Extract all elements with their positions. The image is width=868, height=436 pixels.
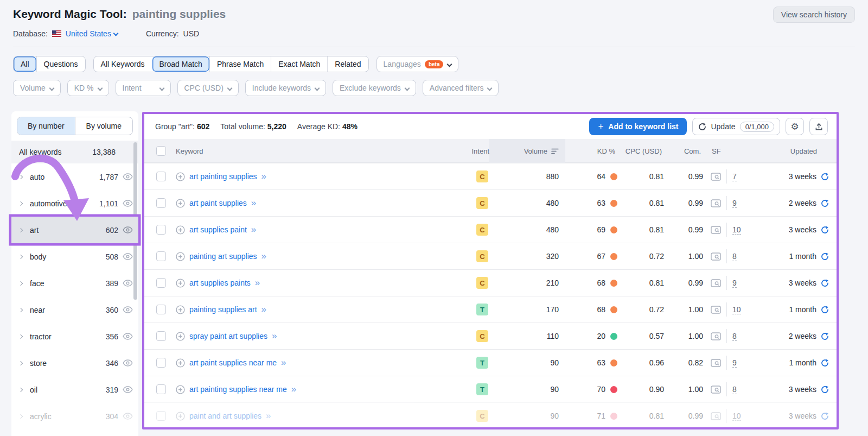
- row-checkbox[interactable]: [156, 198, 166, 208]
- col-updated[interactable]: Updated: [750, 147, 829, 155]
- sidebar-item-store[interactable]: store 346: [11, 350, 138, 376]
- filter-include-keywords[interactable]: Include keywords: [245, 80, 326, 96]
- sidebar-item-acrylic[interactable]: acrylic 304: [11, 403, 138, 429]
- add-keyword-icon[interactable]: [176, 199, 185, 208]
- add-keyword-icon[interactable]: [176, 225, 185, 235]
- chevron-right-icon[interactable]: [18, 334, 23, 338]
- select-all-checkbox[interactable]: [156, 146, 166, 156]
- sf-count[interactable]: 7: [732, 172, 737, 181]
- row-checkbox[interactable]: [156, 172, 166, 181]
- eye-icon[interactable]: [123, 253, 133, 260]
- chevron-right-icon[interactable]: [18, 387, 23, 391]
- chevron-right-icon[interactable]: [18, 254, 23, 258]
- keyword-link[interactable]: art paint supplies: [189, 199, 247, 207]
- refresh-icon[interactable]: [821, 386, 829, 394]
- refresh-icon[interactable]: [821, 359, 829, 367]
- eye-icon[interactable]: [123, 280, 133, 287]
- row-checkbox[interactable]: [156, 305, 166, 314]
- chevron-right-icon[interactable]: [18, 228, 23, 232]
- serp-features-icon[interactable]: [711, 226, 721, 234]
- export-button[interactable]: [809, 118, 828, 135]
- tab-exact-match[interactable]: Exact Match: [271, 56, 327, 72]
- sidebar-item-body[interactable]: body 508: [11, 243, 138, 270]
- chevron-right-icon[interactable]: [18, 307, 23, 312]
- serp-features-icon[interactable]: [711, 252, 721, 261]
- serp-features-icon[interactable]: [711, 386, 721, 394]
- expand-keyword-icon[interactable]: »: [266, 410, 270, 421]
- chevron-right-icon[interactable]: [18, 361, 23, 365]
- filter-intent[interactable]: Intent: [116, 80, 171, 96]
- serp-features-icon[interactable]: [711, 173, 721, 181]
- serp-features-icon[interactable]: [711, 332, 721, 340]
- sidebar-item-auto[interactable]: auto 1,787: [11, 163, 138, 190]
- add-keyword-icon[interactable]: [176, 252, 185, 261]
- tab-by-number[interactable]: By number: [17, 117, 75, 135]
- view-search-history-button[interactable]: View search history: [773, 7, 855, 23]
- sf-count[interactable]: 8: [732, 332, 737, 341]
- add-keyword-icon[interactable]: [176, 412, 185, 421]
- tab-phrase-match[interactable]: Phrase Match: [209, 56, 271, 72]
- row-checkbox[interactable]: [156, 225, 166, 235]
- sf-count[interactable]: 10: [732, 412, 741, 421]
- tab-by-volume[interactable]: By volume: [75, 117, 133, 135]
- add-keyword-icon[interactable]: [176, 385, 185, 394]
- chevron-right-icon[interactable]: [18, 174, 23, 179]
- sf-count[interactable]: 8: [732, 252, 737, 261]
- eye-icon[interactable]: [123, 226, 133, 233]
- expand-keyword-icon[interactable]: »: [255, 277, 259, 288]
- expand-keyword-icon[interactable]: »: [291, 384, 296, 395]
- eye-icon[interactable]: [123, 306, 133, 313]
- filter-cpc[interactable]: CPC (USD): [177, 80, 239, 96]
- keyword-link[interactable]: painting art supplies: [189, 252, 257, 261]
- refresh-icon[interactable]: [821, 306, 829, 314]
- tab-questions[interactable]: Questions: [36, 56, 85, 72]
- eye-icon[interactable]: [123, 413, 133, 420]
- keyword-link[interactable]: art paint supplies near me: [189, 358, 277, 367]
- keyword-link[interactable]: painting supplies art: [189, 305, 257, 314]
- col-com[interactable]: Com.: [667, 147, 704, 155]
- sidebar-item-tractor[interactable]: tractor 356: [11, 323, 138, 350]
- sf-count[interactable]: 10: [732, 225, 741, 235]
- eye-icon[interactable]: [123, 173, 133, 180]
- refresh-icon[interactable]: [821, 279, 829, 287]
- row-checkbox[interactable]: [156, 278, 166, 288]
- sf-count[interactable]: 10: [732, 305, 741, 314]
- add-keyword-icon[interactable]: [176, 332, 185, 341]
- refresh-icon[interactable]: [821, 332, 829, 340]
- expand-keyword-icon[interactable]: »: [272, 331, 276, 342]
- refresh-icon[interactable]: [821, 252, 829, 261]
- filter-volume[interactable]: Volume: [13, 80, 61, 96]
- col-kd[interactable]: KD %: [565, 147, 620, 155]
- sidebar-item-automotive[interactable]: automotive 1,101: [11, 190, 138, 217]
- add-to-keyword-list-button[interactable]: + Add to keyword list: [589, 118, 687, 135]
- sf-count[interactable]: 9: [732, 279, 737, 288]
- refresh-icon[interactable]: [821, 226, 829, 234]
- add-keyword-icon[interactable]: [176, 279, 185, 288]
- add-keyword-icon[interactable]: [176, 305, 185, 314]
- chevron-right-icon[interactable]: [18, 414, 23, 418]
- chevron-right-icon[interactable]: [18, 281, 23, 285]
- serp-features-icon[interactable]: [711, 199, 721, 207]
- row-checkbox[interactable]: [156, 411, 166, 421]
- sidebar-item-all-keywords[interactable]: All keywords 13,388: [11, 141, 138, 163]
- keyword-link[interactable]: art supplies paints: [189, 279, 251, 287]
- add-keyword-icon[interactable]: [176, 358, 185, 368]
- settings-button[interactable]: ⚙: [786, 118, 804, 135]
- languages-dropdown[interactable]: Languages beta: [376, 56, 459, 72]
- row-checkbox[interactable]: [156, 358, 166, 368]
- expand-keyword-icon[interactable]: »: [261, 304, 266, 315]
- tab-all[interactable]: All: [14, 56, 36, 72]
- sf-count[interactable]: 9: [732, 199, 737, 208]
- keyword-link[interactable]: art supplies paint: [189, 225, 247, 234]
- row-checkbox[interactable]: [156, 251, 166, 261]
- sidebar-item-oil[interactable]: oil 319: [11, 376, 138, 403]
- eye-icon[interactable]: [123, 386, 133, 393]
- row-checkbox[interactable]: [156, 331, 166, 341]
- eye-icon[interactable]: [123, 333, 133, 340]
- filter-kd[interactable]: KD %: [67, 80, 109, 96]
- database-selector[interactable]: United States: [66, 29, 118, 38]
- eye-icon[interactable]: [123, 200, 133, 207]
- col-keyword[interactable]: Keyword: [176, 147, 450, 155]
- refresh-icon[interactable]: [821, 199, 829, 207]
- add-keyword-icon[interactable]: [176, 172, 185, 181]
